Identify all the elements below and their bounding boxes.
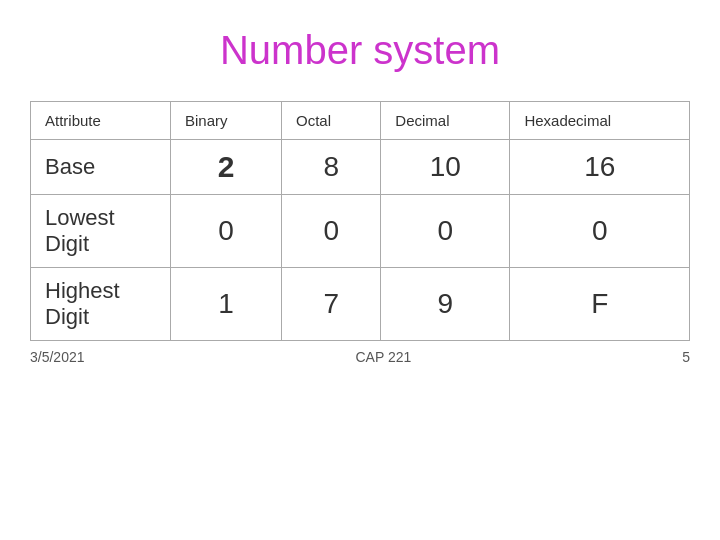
header-decimal: Decimal [381, 102, 510, 140]
footer-page: 5 [682, 349, 690, 365]
footer-date: 3/5/2021 [30, 349, 85, 365]
attr-cell: Lowest Digit [31, 195, 171, 268]
page-title: Number system [220, 28, 500, 73]
octal-cell: 7 [282, 268, 381, 341]
number-system-table: Attribute Binary Octal Decimal Hexadecim… [30, 101, 690, 341]
binary-cell: 2 [171, 140, 282, 195]
header-hexadecimal: Hexadecimal [510, 102, 690, 140]
octal-cell: 0 [282, 195, 381, 268]
table-row: Highest Digit179F [31, 268, 690, 341]
footer-course: CAP 221 [355, 349, 411, 365]
table-row: Lowest Digit0000 [31, 195, 690, 268]
binary-cell: 1 [171, 268, 282, 341]
attr-cell: Highest Digit [31, 268, 171, 341]
table-row: Base281016 [31, 140, 690, 195]
table-wrapper: Attribute Binary Octal Decimal Hexadecim… [30, 101, 690, 341]
hex-cell: 16 [510, 140, 690, 195]
hex-cell: F [510, 268, 690, 341]
decimal-cell: 0 [381, 195, 510, 268]
octal-cell: 8 [282, 140, 381, 195]
attr-cell: Base [31, 140, 171, 195]
header-octal: Octal [282, 102, 381, 140]
decimal-cell: 10 [381, 140, 510, 195]
decimal-cell: 9 [381, 268, 510, 341]
binary-cell: 0 [171, 195, 282, 268]
hex-cell: 0 [510, 195, 690, 268]
footer: 3/5/2021 CAP 221 5 [30, 349, 690, 365]
table-header-row: Attribute Binary Octal Decimal Hexadecim… [31, 102, 690, 140]
header-attribute: Attribute [31, 102, 171, 140]
table-body: Base281016Lowest Digit0000Highest Digit1… [31, 140, 690, 341]
header-binary: Binary [171, 102, 282, 140]
